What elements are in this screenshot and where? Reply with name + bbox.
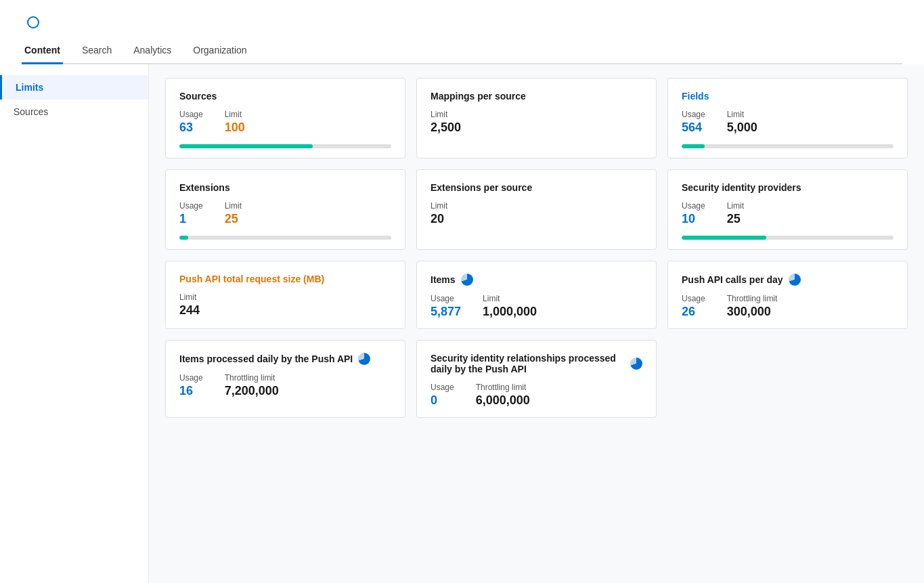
card-metrics-items: Usage5,877Limit1,000,000 <box>431 294 642 319</box>
progress-bar-fill <box>179 144 313 148</box>
metric-label: Usage <box>179 373 203 383</box>
metric-label: Limit <box>431 201 447 211</box>
metric-label: Limit <box>727 201 744 211</box>
progress-bar-fill <box>179 236 188 240</box>
metric-label: Usage <box>682 294 705 303</box>
metric-value: 1 <box>179 212 203 226</box>
pie-icon <box>461 274 473 286</box>
metric-value: 2,500 <box>431 121 461 135</box>
card-fields: FieldsUsage564Limit5,000 <box>667 78 908 158</box>
metric-group: Limit25 <box>727 201 744 226</box>
progress-bar-container <box>682 236 894 240</box>
card-mappings-per-source: Mappings per sourceLimit2,500 <box>416 78 657 158</box>
card-metrics-security-identity-providers: Usage10Limit25 <box>682 201 894 226</box>
progress-bar-container <box>682 144 894 148</box>
metric-label: Limit <box>431 110 461 119</box>
metric-value: 25 <box>727 212 744 226</box>
metric-group: Limit2,500 <box>431 110 461 135</box>
card-title-security-identity-relationships: Security identity relationships processe… <box>431 353 642 374</box>
metric-value: 25 <box>225 212 242 226</box>
card-title-mappings-per-source: Mappings per source <box>431 91 642 102</box>
card-title-items-processed-daily: Items processed daily by the Push API <box>179 353 391 365</box>
metric-label: Usage <box>179 110 203 119</box>
card-metrics-extensions-per-source: Limit20 <box>431 201 642 226</box>
header-title-row <box>22 16 902 28</box>
metric-value: 26 <box>682 305 705 319</box>
card-items-processed-daily: Items processed daily by the Push APIUsa… <box>165 340 405 418</box>
metric-group: Usage10 <box>682 201 705 226</box>
metric-value: 7,200,000 <box>225 384 279 398</box>
metric-group: Throttling limit7,200,000 <box>225 373 279 398</box>
card-title-items: Items <box>431 274 642 286</box>
metric-label: Limit <box>225 110 245 119</box>
card-push-api-calls-per-day: Push API calls per dayUsage26Throttling … <box>667 261 908 329</box>
card-metrics-mappings-per-source: Limit2,500 <box>431 110 642 135</box>
pie-icon <box>358 353 370 365</box>
metric-value: 63 <box>179 121 203 135</box>
card-title-security-identity-providers: Security identity providers <box>682 182 894 193</box>
card-metrics-extensions: Usage1Limit25 <box>179 201 391 226</box>
metric-value: 300,000 <box>727 305 778 319</box>
nav-tabs: ContentSearchAnalyticsOrganization <box>22 39 902 64</box>
metric-value: 0 <box>431 393 454 408</box>
metric-value: 10 <box>682 212 705 226</box>
metric-value: 1,000,000 <box>483 305 537 319</box>
metric-group: Usage63 <box>179 110 203 135</box>
card-security-identity-providers: Security identity providersUsage10Limit2… <box>667 169 908 250</box>
help-icon[interactable] <box>27 16 39 28</box>
metric-group: Throttling limit300,000 <box>727 294 778 319</box>
pie-icon <box>789 274 801 286</box>
metric-group: Usage5,877 <box>431 294 461 319</box>
card-extensions: ExtensionsUsage1Limit25 <box>165 169 405 250</box>
metric-value: 244 <box>179 303 200 318</box>
card-title-sources: Sources <box>179 91 391 102</box>
metric-group: Limit20 <box>431 201 447 226</box>
metric-value: 5,000 <box>727 121 757 135</box>
progress-bar-container <box>179 144 391 148</box>
tab-organization[interactable]: Organization <box>190 39 249 64</box>
progress-bar-fill <box>682 144 705 148</box>
metric-group: Throttling limit6,000,000 <box>476 383 530 408</box>
tab-analytics[interactable]: Analytics <box>131 39 174 64</box>
metric-group: Limit5,000 <box>727 110 757 135</box>
metric-label: Limit <box>727 110 757 119</box>
card-push-api-request-size: Push API total request size (MB)Limit244 <box>165 261 405 329</box>
card-title-push-api-calls-per-day: Push API calls per day <box>682 274 894 286</box>
body: LimitsSources SourcesUsage63Limit100Mapp… <box>0 64 924 583</box>
card-title-push-api-request-size: Push API total request size (MB) <box>179 274 391 284</box>
card-items: ItemsUsage5,877Limit1,000,000 <box>416 261 657 329</box>
metric-value: 5,877 <box>431 305 461 319</box>
metric-group: Usage564 <box>682 110 705 135</box>
metric-group: Usage1 <box>179 201 203 226</box>
metric-value: 6,000,000 <box>476 393 530 408</box>
sidebar: LimitsSources <box>0 64 149 583</box>
card-title-fields: Fields <box>682 91 894 102</box>
metric-group: Usage26 <box>682 294 705 319</box>
metric-group: Limit100 <box>225 110 245 135</box>
tab-content[interactable]: Content <box>22 39 63 64</box>
tab-search[interactable]: Search <box>79 39 114 64</box>
metric-label: Usage <box>431 383 454 392</box>
metric-label: Throttling limit <box>727 294 778 303</box>
sidebar-item-sources[interactable]: Sources <box>0 100 148 124</box>
metric-label: Throttling limit <box>476 383 530 392</box>
metric-value: 564 <box>682 121 705 135</box>
metric-value: 16 <box>179 384 203 398</box>
main-content: SourcesUsage63Limit100Mappings per sourc… <box>149 64 924 583</box>
metric-label: Usage <box>682 110 705 119</box>
metric-group: Usage0 <box>431 383 454 408</box>
metric-value: 20 <box>431 212 447 226</box>
card-title-extensions-per-source: Extensions per source <box>431 182 642 193</box>
metric-group: Usage16 <box>179 373 203 398</box>
metric-group: Limit1,000,000 <box>483 294 537 319</box>
card-metrics-sources: Usage63Limit100 <box>179 110 391 135</box>
metric-label: Limit <box>179 293 200 302</box>
metric-label: Throttling limit <box>225 373 279 383</box>
progress-bar-fill <box>682 236 766 240</box>
sidebar-item-limits[interactable]: Limits <box>0 75 148 100</box>
card-metrics-items-processed-daily: Usage16Throttling limit7,200,000 <box>179 373 391 398</box>
header: ContentSearchAnalyticsOrganization <box>0 0 924 64</box>
card-metrics-fields: Usage564Limit5,000 <box>682 110 894 135</box>
card-title-extensions: Extensions <box>179 182 391 193</box>
progress-bar-container <box>179 236 391 240</box>
